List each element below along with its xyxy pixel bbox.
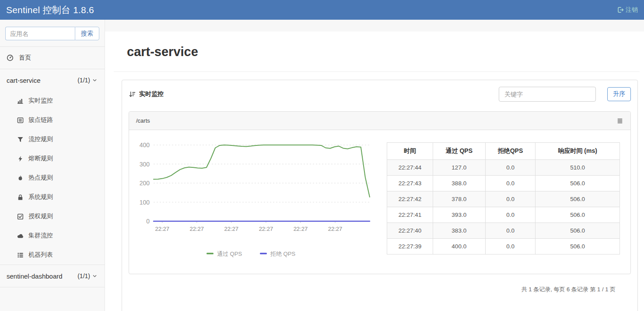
app-header: Sentinel 控制台 1.8.6 注销: [0, 0, 644, 20]
sidebar-item-label: 流控规则: [28, 135, 53, 143]
table-row: 22:27:39400.00.0506.0: [387, 239, 620, 254]
sort-asc-button[interactable]: 升序: [607, 87, 631, 101]
table-cell: 22:27:40: [387, 223, 433, 239]
svg-text:200: 200: [140, 180, 150, 187]
svg-text:400: 400: [140, 141, 150, 148]
app-machine-count: (1/1): [77, 272, 90, 279]
table-cell: 0.0: [485, 207, 536, 223]
sidebar-item-cloud[interactable]: 集群流控: [0, 226, 105, 245]
table-cell: 510.0: [536, 160, 620, 176]
main-content: cart-service 实时监控 升序: [105, 20, 644, 311]
sidebar-app-cart-service[interactable]: cart-service (1/1): [0, 69, 105, 91]
pagination-info: 共 1 条记录, 每页 6 条记录 第 1 / 1 页: [129, 286, 631, 293]
table-cell: 22:27:42: [387, 191, 433, 207]
table-cell: 506.0: [536, 176, 620, 191]
sidebar-item-label: 首页: [19, 54, 31, 62]
table-row: 22:27:43388.00.0506.0: [387, 176, 620, 191]
table-cell: 0.0: [485, 191, 536, 207]
sidebar-item-check-square[interactable]: 授权规则: [0, 207, 105, 226]
app-submenu: 实时监控簇点链路流控规则熔断规则热点规则系统规则授权规则集群流控机器列表: [0, 91, 105, 265]
table-cell: 22:27:44: [387, 160, 433, 176]
sidebar-item-label: 系统规则: [28, 193, 53, 201]
svg-text:22:27: 22:27: [328, 226, 343, 232]
lock-icon: [17, 194, 24, 201]
table-header: 通过 QPS: [433, 143, 485, 160]
app-name: cart-service: [7, 77, 41, 84]
sidebar-item-list[interactable]: 机器列表: [0, 245, 105, 265]
check-square-icon: [17, 213, 24, 220]
sidebar-app-sentinel-dashboard[interactable]: sentinel-dashboard (1/1): [0, 265, 105, 287]
divider: [114, 71, 640, 72]
table-cell: 0.0: [485, 239, 536, 254]
table-cell: 0.0: [485, 160, 536, 176]
keyword-input[interactable]: [499, 87, 596, 102]
sidebar-item-list-alt[interactable]: 簇点链路: [0, 110, 105, 130]
app-search-input[interactable]: [5, 27, 75, 40]
sidebar-item-lock[interactable]: 系统规则: [0, 187, 105, 207]
justify-icon[interactable]: [616, 118, 623, 124]
table-cell: 383.0: [433, 223, 485, 239]
sidebar-item-label: 授权规则: [28, 212, 53, 220]
table-row: 22:27:44127.00.0510.0: [387, 160, 620, 176]
app-search-button[interactable]: 搜索: [75, 27, 99, 40]
table-cell: 388.0: [433, 176, 485, 191]
dashboard-icon: [7, 54, 14, 61]
logout-button[interactable]: 注销: [617, 6, 638, 14]
svg-text:300: 300: [140, 161, 150, 168]
table-cell: 22:27:43: [387, 176, 433, 191]
sort-amount-icon: [129, 91, 136, 98]
sidebar-item-filter[interactable]: 流控规则: [0, 130, 105, 149]
fire-icon: [17, 175, 24, 181]
list-icon: [17, 252, 24, 258]
table-row: 22:27:42378.00.0506.0: [387, 191, 620, 207]
sidebar-item-fire[interactable]: 热点规则: [0, 168, 105, 187]
svg-text:0: 0: [146, 218, 150, 225]
sidebar: 搜索 首页 cart-service (1/1) 实时监控簇点链路流控规则熔断规…: [0, 20, 105, 311]
sidebar-item-label: 热点规则: [28, 174, 53, 182]
table-header: 响应时间 (ms): [536, 143, 620, 160]
table-cell: 22:27:39: [387, 239, 433, 254]
table-cell: 22:27:41: [387, 207, 433, 223]
page-title: cart-service: [105, 32, 644, 59]
app-title[interactable]: Sentinel 控制台 1.8.6: [6, 4, 94, 16]
app-search-group: 搜索: [5, 27, 99, 40]
table-cell: 393.0: [433, 207, 485, 223]
table-cell: 0.0: [485, 223, 536, 239]
list-alt-icon: [17, 117, 24, 124]
svg-text:22:27: 22:27: [224, 226, 239, 232]
table-cell: 127.0: [433, 160, 485, 176]
svg-text:通过 QPS: 通过 QPS: [217, 251, 242, 257]
sidebar-item-bar-chart[interactable]: 实时监控: [0, 91, 105, 110]
filter-icon: [17, 136, 24, 143]
panel-title: 实时监控: [139, 90, 164, 98]
table-row: 22:27:40383.00.0506.0: [387, 223, 620, 239]
table-cell: 506.0: [536, 191, 620, 207]
realtime-monitor-panel: 实时监控 升序 /carts 0100200300: [122, 80, 638, 311]
sidebar-item-label: 熔断规则: [28, 155, 53, 163]
app-name: sentinel-dashboard: [7, 272, 63, 280]
chevron-down-icon: [91, 78, 98, 83]
svg-text:100: 100: [140, 199, 150, 206]
table-cell: 506.0: [536, 223, 620, 239]
svg-text:22:27: 22:27: [294, 226, 308, 232]
divider: [0, 287, 105, 287]
sidebar-item-bolt[interactable]: 熔断规则: [0, 149, 105, 168]
sidebar-item-label: 机器列表: [28, 251, 53, 259]
table-cell: 378.0: [433, 191, 485, 207]
table-row: 22:27:41393.00.0506.0: [387, 207, 620, 223]
sidebar-item-label: 实时监控: [28, 97, 53, 105]
sidebar-item-home[interactable]: 首页: [0, 47, 105, 69]
cloud-icon: [17, 233, 24, 239]
table-cell: 400.0: [433, 239, 485, 254]
svg-text:22:27: 22:27: [190, 226, 204, 232]
qps-chart: 010020030040022:2722:2722:2722:2722:2722…: [133, 136, 387, 269]
bar-chart-icon: [17, 98, 24, 104]
table-cell: 0.0: [485, 176, 536, 191]
sentinel-console-page: Sentinel 控制台 1.8.6 注销 搜索 首页 cart-service…: [0, 0, 644, 311]
sign-out-icon: [617, 7, 624, 13]
resource-card: /carts 010020030040022:2722:2722:2722:27…: [129, 111, 631, 274]
table-header: 拒绝QPS: [485, 143, 536, 160]
svg-text:拒绝 QPS: 拒绝 QPS: [270, 251, 295, 257]
logout-label: 注销: [626, 6, 638, 14]
svg-text:22:27: 22:27: [155, 226, 170, 232]
